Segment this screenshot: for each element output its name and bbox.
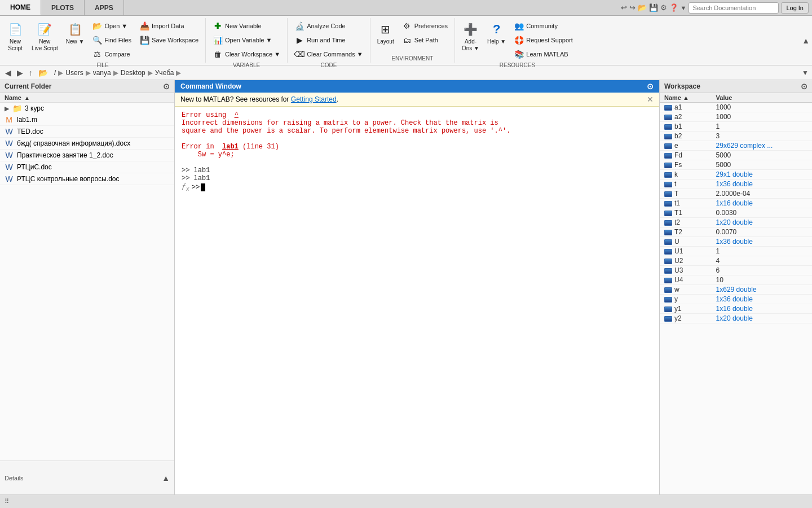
folder-collapse-icon: ▶ [5,105,9,112]
address-expand-button[interactable]: ▼ [802,69,809,77]
save-icon[interactable]: 💾 [649,3,658,12]
table-row[interactable]: Fd5000 [660,151,812,160]
help-button[interactable]: ? Help ▼ [484,19,509,47]
status-grid-icon[interactable]: ⠿ [5,498,9,505]
undo-icon[interactable]: ↩ [621,3,627,12]
new-script-button[interactable]: 📄 NewScript [3,19,27,54]
table-row[interactable]: b11 [660,122,812,132]
command-window-body[interactable]: Error using ^ Incorrect dimensions for r… [175,107,659,494]
community-button[interactable]: 👥 Community [510,19,576,33]
table-row[interactable]: U1x36 double [660,237,812,247]
save-workspace-button[interactable]: 💾 Save Workspace [136,33,202,47]
clear-workspace-button[interactable]: 🗑 Clear Workspace ▼ [209,47,284,61]
table-row[interactable]: e29x629 complex ... [660,141,812,151]
list-item[interactable]: ▶ 📁 3 курс [0,103,174,114]
workspace-expand-icon[interactable]: ⊙ [801,82,807,91]
add-ons-button[interactable]: ➕ Add-Ons ▼ [458,19,483,54]
tab-plots[interactable]: PLOTS [41,0,85,15]
table-row[interactable]: U410 [660,275,812,285]
dropdown-icon[interactable]: ▼ [681,5,687,11]
open-variable-button[interactable]: 📊 Open Variable ▼ [209,33,284,47]
table-row[interactable]: T2.0000e-04 [660,189,812,199]
table-row[interactable]: a21000 [660,112,812,122]
forward-button[interactable]: ▶ [15,68,25,77]
workspace-table: Name ▲ Value a11000a21000b11b23e29x629 c… [660,93,812,494]
folder-icon[interactable]: 📂 [638,3,647,12]
browse-button[interactable]: 📂 [37,68,50,77]
error-file-link[interactable]: lab1 [222,143,239,151]
getting-started-link[interactable]: Getting Started [291,95,337,103]
info-bar-close-button[interactable]: ✕ [647,95,654,104]
ribbon-collapse[interactable]: ▲ [802,18,812,63]
request-support-button[interactable]: 🛟 Request Support [510,33,576,47]
list-item[interactable]: W бжд( справочная информация).docx [0,138,174,150]
login-button[interactable]: Log In [781,2,809,14]
tab-home[interactable]: HOME [0,0,41,15]
learn-matlab-button[interactable]: 📚 Learn MATLAB [510,47,576,61]
list-item[interactable]: W РТЦиС.doc [0,161,174,173]
help-icon-top[interactable]: ❓ [669,3,678,12]
settings-icon[interactable]: ⚙ [660,3,667,12]
value-column-header[interactable]: Value [712,93,812,103]
search-input[interactable] [689,2,779,14]
table-row[interactable]: y21x20 double [660,314,812,323]
table-row[interactable]: t21x20 double [660,218,812,227]
name-column-header[interactable]: Name ▲ [660,93,712,103]
table-row[interactable]: t1x36 double [660,179,812,189]
import-data-button[interactable]: 📥 Import Data [136,19,202,33]
table-row[interactable]: y11x16 double [660,304,812,314]
table-row[interactable]: U11 [660,247,812,256]
table-row[interactable]: T20.0070 [660,227,812,237]
table-header-row: Name ▲ Value [660,93,812,103]
redo-icon[interactable]: ↪ [629,3,636,12]
list-item[interactable]: W РТЦС контрольные вопросы.doc [0,173,174,185]
compare-button[interactable]: ⚖ Compare [89,47,135,61]
new-dropdown-button[interactable]: 📋 New ▼ [63,19,88,47]
table-row[interactable]: U36 [660,266,812,275]
file-list-name-col[interactable]: Name ▲ [5,94,30,101]
list-item[interactable]: W Практическое занятие 1_2.doc [0,150,174,161]
table-row[interactable]: t11x16 double [660,199,812,208]
current-folder-expand-icon[interactable]: ⊙ [163,82,170,91]
list-item[interactable]: M lab1.m [0,114,174,126]
set-path-button[interactable]: 🗂 Set Path [399,33,451,47]
ribbon-collapse-icon[interactable]: ▲ [802,36,810,45]
tab-apps[interactable]: APPS [85,0,124,15]
find-files-button[interactable]: 🔍 Find Files [89,33,135,47]
table-row[interactable]: U24 [660,256,812,266]
path-ucheba[interactable]: Учеба [155,69,174,77]
run-and-time-button[interactable]: ▶ Run and Time [291,33,367,47]
path-desktop[interactable]: Desktop [121,69,145,77]
cmd-current-line[interactable]: ƒx >> [182,182,652,192]
up-button[interactable]: ↑ [27,68,34,77]
table-row[interactable]: w1x629 double [660,285,812,295]
details-collapse-button[interactable]: ▲ [162,474,170,483]
open-icon: 📂 [92,21,102,31]
details-label: Details [5,475,24,481]
cmd-expand-icon[interactable]: ⊙ [647,82,654,91]
list-item[interactable]: W TED.doc [0,126,174,138]
back-button[interactable]: ◀ [3,68,13,77]
table-row[interactable]: T10.0030 [660,208,812,218]
analyze-code-button[interactable]: 🔬 Analyze Code [291,19,367,33]
preferences-button[interactable]: ⚙ Preferences [399,19,451,33]
table-row[interactable]: k29x1 double [660,170,812,179]
path-vanya[interactable]: vanya [93,69,111,77]
error-line-3: square and the power is a scalar. To per… [182,127,652,135]
analyze-code-label: Analyze Code [307,23,346,29]
new-live-script-button[interactable]: 📝 NewLive Script [28,19,61,54]
variable-icon [664,220,672,226]
table-row[interactable]: b23 [660,132,812,141]
clear-commands-button[interactable]: ⌫ Clear Commands ▼ [291,47,367,61]
open-button[interactable]: 📂 Open ▼ [89,19,135,33]
current-folder-controls: ⊙ [163,82,170,91]
layout-button[interactable]: ⊞ Layout [374,19,398,47]
table-row[interactable]: y1x36 double [660,295,812,304]
path-root[interactable]: / [54,69,56,77]
path-users[interactable]: Users [65,69,83,77]
table-row[interactable]: a11000 [660,103,812,112]
variable-value-cell: 5000 [712,160,812,170]
variable-value-cell: 10 [712,275,812,285]
new-variable-button[interactable]: ✚ New Variable [209,19,284,33]
table-row[interactable]: Fs5000 [660,160,812,170]
